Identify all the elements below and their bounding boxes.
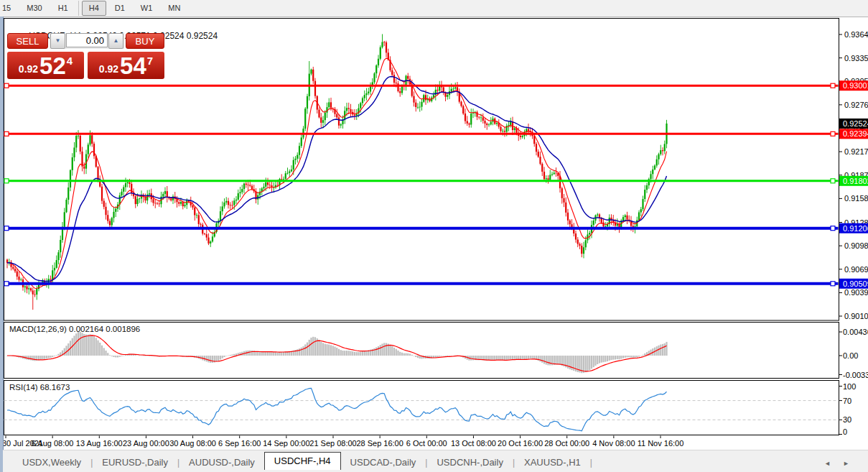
hline-handle[interactable] — [4, 282, 9, 286]
buy-button[interactable]: BUY — [126, 33, 164, 49]
svg-text:0.90395: 0.90395 — [844, 288, 868, 297]
hline-handle[interactable] — [831, 226, 835, 231]
svg-text:13 Oct 08:00: 13 Oct 08:00 — [451, 439, 496, 448]
svg-text:13 Aug 16:00: 13 Aug 16:00 — [76, 439, 123, 448]
timeframe-button-w1[interactable]: W1 — [134, 1, 160, 16]
timeframe-button-15[interactable]: 15 — [0, 1, 18, 16]
svg-text:-0.00336: -0.00336 — [843, 371, 868, 379]
chart-tab-usdcad-daily[interactable]: USDCAD-,Daily — [341, 455, 426, 470]
volume-decrease-button[interactable]: ▼ — [50, 33, 65, 49]
svg-text:20 Oct 16:00: 20 Oct 16:00 — [498, 439, 543, 448]
svg-text:0.90690: 0.90690 — [844, 265, 868, 274]
svg-text:0.90100: 0.90100 — [844, 312, 868, 320]
svg-text:0.92524: 0.92524 — [843, 119, 868, 128]
timeframe-button-mn[interactable]: MN — [161, 1, 187, 16]
svg-text:0.93001: 0.93001 — [843, 81, 868, 90]
chart-tab-audusd-daily[interactable]: AUDUSD-,Daily — [179, 455, 264, 470]
svg-text:0.92394: 0.92394 — [843, 129, 868, 138]
hline-handle[interactable] — [4, 226, 9, 231]
volume-input[interactable] — [66, 33, 108, 47]
svg-text:21 Sep 08:00: 21 Sep 08:00 — [309, 439, 356, 448]
rsi-indicator-label: RSI(14) 68.1673 — [9, 383, 70, 392]
date-axis: 30 Jul 20216 Aug 08:0013 Aug 16:0023 Aug… — [2, 436, 683, 448]
hline-handle[interactable] — [4, 131, 9, 136]
svg-text:0.93350: 0.93350 — [844, 54, 868, 63]
hline-handle[interactable] — [831, 179, 835, 183]
svg-text:0.91802: 0.91802 — [843, 177, 868, 185]
svg-text:0.90509: 0.90509 — [843, 279, 868, 288]
hline-handle[interactable] — [831, 131, 835, 136]
svg-text:28 Oct 00:00: 28 Oct 00:00 — [544, 439, 589, 448]
buy-price-button[interactable]: 0.92 54 7 — [88, 52, 164, 79]
svg-text:0.91580: 0.91580 — [844, 194, 868, 203]
timeframe-toolbar: 15M30H1H4D1W1MN — [0, 0, 868, 17]
hline-handle[interactable] — [831, 83, 835, 88]
svg-text:14 Sep 00:00: 14 Sep 00:00 — [263, 439, 309, 448]
buy-price-prefix: 0.92 — [99, 63, 118, 75]
svg-text:6 Sep 16:00: 6 Sep 16:00 — [218, 439, 261, 448]
svg-text:6 Oct 00:00: 6 Oct 00:00 — [406, 439, 447, 448]
sell-price-prefix: 0.92 — [19, 63, 38, 75]
timeframe-button-h1[interactable]: H1 — [51, 1, 75, 16]
svg-text:28 Sep 16:00: 28 Sep 16:00 — [356, 439, 403, 448]
svg-text:0.92170: 0.92170 — [844, 147, 868, 156]
hline-handle[interactable] — [4, 179, 9, 183]
chart-tabs: USDX,Weekly|EURUSD-,Daily|AUDUSD-,DailyU… — [13, 452, 592, 470]
timeframe-button-d1[interactable]: D1 — [108, 1, 132, 16]
tabs-scroll-right-icon[interactable]: ► — [843, 460, 849, 467]
toolbar-separator — [78, 1, 79, 16]
timeframe-button-m30[interactable]: M30 — [19, 1, 49, 16]
tab-separator: | — [590, 455, 592, 470]
buy-price-main: 54 — [120, 55, 146, 77]
volume-increase-button[interactable]: ▲ — [108, 33, 123, 49]
chart-tab-xauusd-h1[interactable]: XAUUSD-,H1 — [515, 455, 590, 470]
chart-tab-eurusd-daily[interactable]: EURUSD-,Daily — [93, 455, 177, 470]
svg-text:30 Aug 08:00: 30 Aug 08:00 — [169, 439, 216, 448]
svg-text:0.004366: 0.004366 — [843, 328, 868, 336]
tabs-scroll-left-icon[interactable]: ◄ — [824, 460, 831, 467]
sell-price-pip: 4 — [67, 55, 73, 67]
svg-text:0.93645: 0.93645 — [844, 30, 868, 39]
sell-price-button[interactable]: 0.92 52 4 — [7, 52, 84, 79]
svg-text:30: 30 — [843, 415, 851, 424]
hline-handle[interactable] — [831, 282, 835, 286]
svg-text:100: 100 — [843, 382, 856, 391]
svg-text:23 Aug 00:00: 23 Aug 00:00 — [123, 439, 169, 448]
macd-indicator-label: MACD(12,26,9) 0.002164 0.001896 — [9, 325, 140, 333]
sell-button[interactable]: SELL — [7, 33, 48, 49]
svg-text:0.91206: 0.91206 — [843, 224, 868, 233]
one-click-trade-panel: SELL ▼ ▲ BUY 0.92 52 4 0.92 54 7 — [7, 33, 164, 79]
svg-text:0.00: 0.00 — [843, 351, 858, 360]
svg-text:0.92760: 0.92760 — [844, 101, 868, 109]
chart-tab-usdcnh-daily[interactable]: USDCNH-,Daily — [427, 455, 512, 470]
volume-stepper: ▼ ▲ — [50, 33, 124, 49]
svg-text:6 Aug 08:00: 6 Aug 08:00 — [32, 439, 74, 448]
sell-price-main: 52 — [39, 55, 66, 77]
buy-price-pip: 7 — [147, 55, 153, 67]
svg-text:70: 70 — [843, 397, 851, 405]
svg-text:0: 0 — [843, 427, 847, 436]
svg-text:0.90985: 0.90985 — [844, 241, 868, 250]
svg-text:4 Nov 08:00: 4 Nov 08:00 — [592, 439, 635, 448]
svg-text:11 Nov 16:00: 11 Nov 16:00 — [638, 439, 684, 448]
chart-tabs-bar: USDX,Weekly|EURUSD-,Daily|AUDUSD-,DailyU… — [3, 450, 868, 472]
window-frame — [0, 17, 4, 472]
timeframe-button-h4[interactable]: H4 — [82, 1, 106, 16]
chart-tab-usdx-weekly[interactable]: USDX,Weekly — [13, 455, 90, 470]
rsi-panel-frame — [4, 381, 839, 435]
hline-handle[interactable] — [4, 83, 9, 88]
chart-tab-usdchf-h4[interactable]: USDCHF-,H4 — [264, 452, 341, 470]
terminal-window: 0.936450.933500.930550.927600.924650.921… — [0, 0, 868, 472]
